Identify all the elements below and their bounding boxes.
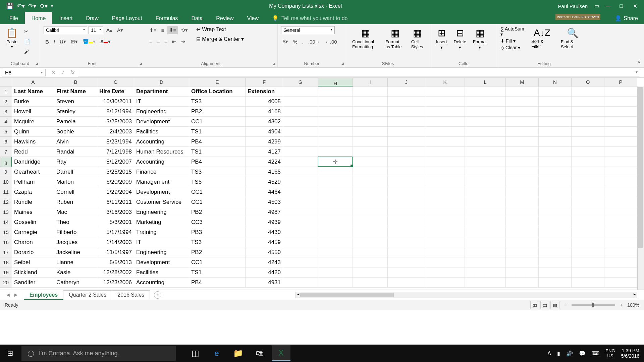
cell[interactable]: Burke <box>12 97 54 107</box>
cell[interactable] <box>318 267 353 278</box>
cell[interactable] <box>604 217 637 227</box>
cell[interactable]: PB3 <box>189 227 246 237</box>
cell[interactable] <box>572 187 604 197</box>
cell[interactable] <box>572 227 604 237</box>
cell[interactable] <box>465 257 506 267</box>
cell[interactable] <box>539 257 572 267</box>
cell[interactable]: Czapla <box>12 187 54 197</box>
cell[interactable]: 12/23/2006 <box>97 278 134 288</box>
cell[interactable]: TS5 <box>189 177 246 187</box>
cell[interactable] <box>572 177 604 187</box>
expand-formula-icon[interactable]: ▾ <box>636 70 638 74</box>
row-header[interactable]: 7 <box>0 147 12 157</box>
zoom-thumb[interactable] <box>592 303 594 307</box>
cell[interactable] <box>283 247 318 257</box>
tab-data[interactable]: Data <box>184 12 209 24</box>
column-header[interactable]: B <box>54 78 97 86</box>
cell[interactable]: IT <box>134 237 189 247</box>
sheet-nav-next-icon[interactable]: ► <box>13 292 19 298</box>
cell[interactable] <box>388 227 425 237</box>
row-header[interactable]: 9 <box>0 167 12 177</box>
cell[interactable] <box>283 107 318 117</box>
cell[interactable]: 4302 <box>246 117 283 127</box>
cell[interactable] <box>318 107 353 117</box>
formula-bar[interactable]: ▾ <box>78 69 639 77</box>
cell[interactable] <box>572 107 604 117</box>
cell[interactable]: Development <box>134 117 189 127</box>
cell[interactable]: 8/12/1994 <box>97 107 134 117</box>
hscroll-thumb[interactable] <box>300 293 394 297</box>
user-name[interactable]: Paul Paulsen <box>558 3 588 9</box>
cell[interactable]: TS1 <box>189 127 246 137</box>
share-button[interactable]: 👤 Share <box>609 12 644 24</box>
currency-icon[interactable]: $▾ <box>281 38 290 46</box>
row-header[interactable]: 14 <box>0 217 12 227</box>
cell[interactable] <box>465 86 506 97</box>
cell[interactable]: Customer Service <box>134 197 189 207</box>
store-icon[interactable]: 🛍 <box>250 345 269 361</box>
cell[interactable] <box>465 267 506 278</box>
cell[interactable] <box>572 137 604 147</box>
cell[interactable] <box>388 107 425 117</box>
cell[interactable]: CC3 <box>189 217 246 227</box>
cell[interactable] <box>604 197 637 207</box>
increase-decimal-icon[interactable]: .00→ <box>307 38 322 46</box>
cell[interactable] <box>465 127 506 137</box>
cell[interactable]: Kasie <box>54 267 97 278</box>
cell[interactable] <box>506 207 539 217</box>
align-left-icon[interactable]: ≡ <box>148 38 154 46</box>
cell[interactable] <box>425 197 465 207</box>
cell[interactable] <box>388 207 425 217</box>
horizontal-scrollbar[interactable]: ◄ ► <box>296 292 637 298</box>
column-header[interactable]: E <box>189 78 246 86</box>
cell[interactable] <box>283 117 318 127</box>
cell[interactable] <box>425 86 465 97</box>
clipboard-launcher-icon[interactable]: ◢ <box>35 62 38 65</box>
start-button[interactable]: ⊞ <box>0 349 20 358</box>
cell[interactable] <box>283 207 318 217</box>
italic-button[interactable]: I <box>52 38 57 46</box>
autosum-button[interactable]: ∑ AutoSum ▾ <box>500 26 526 37</box>
cell[interactable]: Management <box>134 177 189 187</box>
decrease-indent-icon[interactable]: ⇤ <box>170 38 178 46</box>
cell[interactable] <box>572 97 604 107</box>
row-header[interactable]: 2 <box>0 97 12 107</box>
cell[interactable] <box>283 278 318 288</box>
column-header[interactable]: K <box>425 78 465 86</box>
cell[interactable]: Office Location <box>189 86 246 97</box>
cell[interactable] <box>604 107 637 117</box>
zoom-in-icon[interactable]: + <box>620 302 623 308</box>
cell[interactable] <box>353 137 388 147</box>
cell[interactable]: 4127 <box>246 147 283 157</box>
cell[interactable]: Stickland <box>12 267 54 278</box>
column-header[interactable]: D <box>134 78 189 86</box>
battery-icon[interactable]: ▮ <box>557 350 560 357</box>
keyboard-icon[interactable]: ⌨ <box>592 350 599 357</box>
cell[interactable]: PB4 <box>189 278 246 288</box>
cell[interactable] <box>604 278 637 288</box>
cell[interactable]: 11/5/1997 <box>97 247 134 257</box>
tab-draw[interactable]: Draw <box>79 12 105 24</box>
edge-icon[interactable]: e <box>207 345 226 361</box>
cell[interactable]: CC1 <box>189 187 246 197</box>
cell[interactable] <box>506 217 539 227</box>
font-launcher-icon[interactable]: ◢ <box>139 62 142 65</box>
notifications-icon[interactable]: 💬 <box>579 350 586 357</box>
cell[interactable] <box>425 217 465 227</box>
cell[interactable]: 3/16/2003 <box>97 207 134 217</box>
cell[interactable] <box>353 257 388 267</box>
cell[interactable] <box>388 147 425 157</box>
cell[interactable] <box>539 147 572 157</box>
cell[interactable] <box>572 247 604 257</box>
cell[interactable] <box>353 107 388 117</box>
cell[interactable] <box>572 157 604 167</box>
cell[interactable] <box>353 177 388 187</box>
cell[interactable]: CC1 <box>189 197 246 207</box>
cell[interactable] <box>318 187 353 197</box>
copy-icon[interactable]: 📄 <box>22 38 32 46</box>
cell[interactable] <box>425 157 465 167</box>
cell[interactable] <box>283 157 318 167</box>
cell[interactable] <box>539 227 572 237</box>
cell[interactable]: Marketing <box>134 217 189 227</box>
cell[interactable] <box>604 177 637 187</box>
